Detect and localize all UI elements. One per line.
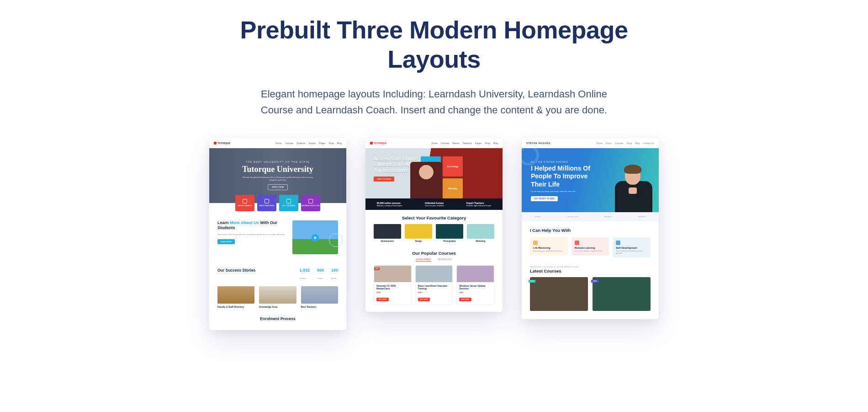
hero-desc: Discover the potential inside you with u… (241, 176, 314, 181)
course-tabs[interactable]: DEVELOPMENT TECHNOLOGY (365, 258, 503, 262)
latest-title: Latest Courses (530, 268, 651, 273)
category-title: Select Your Favourite Category (365, 210, 503, 220)
hero-desc: Let me help you shape your future, make … (531, 190, 586, 193)
tab[interactable]: TECHNOLOGY (438, 258, 452, 262)
chip: 40+ COURSES (279, 195, 298, 211)
thumb: Best Teachers (301, 286, 338, 308)
learn-title: Learn More About Us With Our Students (217, 220, 287, 231)
hero-title: Tutorque University (242, 165, 313, 174)
nav-bar: TUTORQUE HomeCoursesStudentsEventsPagesS… (209, 138, 346, 148)
chip: BEST FEATURES (257, 195, 276, 211)
play-icon (312, 234, 319, 241)
thumb: Faculty & Staff Directory (217, 286, 254, 308)
logo: TUTORQUE (214, 142, 230, 144)
popular-title: Our Popular Courses (365, 245, 503, 256)
course-card[interactable]: Basic LearnDash Overview Training$399BUY… (415, 265, 453, 305)
preview-coach[interactable]: STEFAN HUGHES HomeAboutCoursesShopBlogCo… (522, 138, 659, 320)
course-card[interactable]: HOTIllustrate CC 2020 MasterClass$399BUY… (374, 265, 412, 305)
nav-bar: TUTORQUE HomeCoursesEventsTeachersPagesS… (365, 138, 503, 148)
category: Development (374, 224, 401, 242)
grid-tile: Marketing (443, 178, 463, 198)
course-thumb[interactable]: HOT (530, 277, 588, 311)
hero-person (410, 162, 442, 198)
hero-cta-button[interactable]: GET READY TO RISE (531, 196, 558, 201)
hero-person (611, 163, 655, 212)
chip: MODERN INSTITUTE (301, 195, 320, 211)
nav-menu: HomeCoursesStudentsEventsPagesShopBlog (275, 142, 342, 144)
stats-title: Our Success Stories (217, 268, 255, 273)
feature-chips: LARGE CAMPUS BEST FEATURES 40+ COURSES M… (209, 195, 346, 211)
nav-menu: HomeCoursesEventsTeachersPagesShopBlog (432, 142, 498, 144)
course-row: HOTIllustrate CC 2020 MasterClass$399BUY… (365, 265, 503, 312)
learn-button[interactable]: READ MORE (217, 239, 235, 244)
grid-tile: Art & Design (443, 156, 463, 177)
stats-row: Our Success Stories 1,932Students 500Cou… (209, 263, 346, 286)
chip: LARGE CAMPUS (235, 195, 254, 211)
hero-cta-button[interactable]: VIEW COURSES (374, 177, 394, 182)
hero: HI, I AM STEFAN HUGHES I Helped Millions… (522, 148, 659, 212)
category: Photography (436, 224, 463, 242)
section-subheading: Elegant homepage layouts Including: Lear… (251, 86, 617, 118)
help-item: Self DevelopmentGrow and become the best… (613, 237, 651, 258)
preview-online-course[interactable]: TUTORQUE HomeCoursesEventsTeachersPagesS… (365, 138, 503, 312)
logo-strip: Forbesamazon.comBusinessHuffPost (522, 212, 659, 221)
course-thumb[interactable]: NEW (593, 277, 651, 311)
hero: Access 550+ Online Courses from 40 Top I… (365, 148, 503, 198)
thumb: Knowledge Zone (259, 286, 296, 308)
hero-cta-button[interactable]: APPLY NOW (268, 184, 288, 190)
latest-kicker: IMPROVE YOURSELF WITH ENROLLING (530, 266, 651, 268)
thumb-row: Faculty & Staff Directory Knowledge Zone… (209, 286, 346, 313)
feature-bar: 60,000 online coursesExplore a variety o… (365, 198, 503, 210)
video-thumb[interactable] (292, 220, 338, 254)
help-icon (533, 241, 538, 245)
course-card[interactable]: Windows Server Update Services$399BUY NO… (456, 265, 494, 305)
preview-university[interactable]: TUTORQUE HomeCoursesStudentsEventsPagesS… (209, 138, 346, 330)
nav-menu: HomeAboutCoursesShopBlogContact Us (597, 142, 654, 144)
category: Marketing (467, 224, 494, 242)
help-item: Remote LearningLearn from anywhere on yo… (572, 237, 609, 256)
help-section: I Can Help You With Life MentoringEmpowe… (522, 221, 659, 262)
hero-kicker: THE BEST UNIVERSITY OF THE STATE (246, 161, 310, 163)
category-row: Development Design Photography Marketing (365, 220, 503, 245)
logo: STEFAN HUGHES (526, 142, 550, 144)
section-heading: Prebuilt Three Modern Homepage Layouts (228, 16, 640, 74)
help-item: Life MentoringEmpowering your mind and l… (530, 237, 568, 256)
logo: TUTORQUE (370, 142, 386, 144)
help-title: I Can Help You With (530, 228, 651, 233)
latest-section: IMPROVE YOURSELF WITH ENROLLING Latest C… (522, 261, 659, 319)
enrolment-title: Enrolment Process (209, 313, 346, 330)
help-icon (575, 241, 579, 245)
preview-row: TUTORQUE HomeCoursesStudentsEventsPagesS… (209, 138, 659, 330)
hero-title: I Helped Millions Of People To Improve T… (531, 165, 590, 189)
nav-bar: STEFAN HUGHES HomeAboutCoursesShopBlogCo… (522, 138, 659, 148)
learn-section: Learn More About Us With Our Students Fr… (209, 211, 346, 263)
tab[interactable]: DEVELOPMENT (416, 258, 431, 262)
help-icon (616, 241, 620, 245)
learn-desc: From some of the best people who can hel… (217, 233, 287, 236)
category: Design (405, 224, 432, 242)
